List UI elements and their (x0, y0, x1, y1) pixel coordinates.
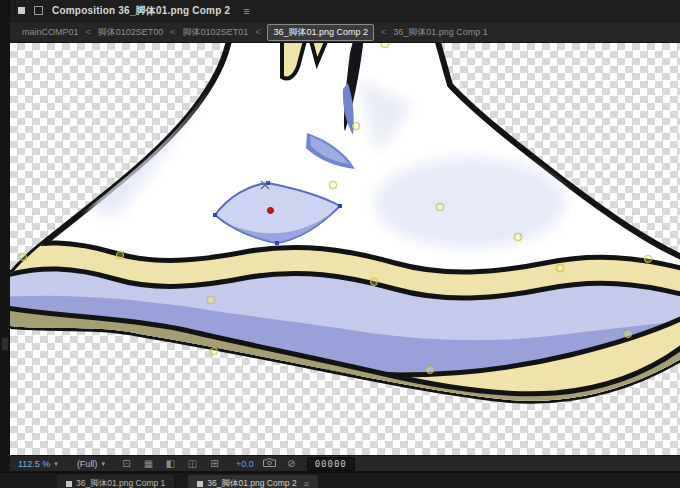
frame-counter[interactable]: 00000 (307, 457, 355, 471)
breadcrumb-item[interactable]: 脚体0102SET01 (183, 26, 249, 39)
region-of-interest-icon[interactable]: ⊡ (120, 459, 133, 469)
panel-edge-mark (2, 338, 8, 350)
left-panel-edge (0, 0, 10, 488)
panel-lock-icon[interactable] (34, 6, 43, 15)
transparency-grid-icon[interactable]: ▦ (142, 459, 155, 469)
panel-menu-icon[interactable]: ≡ (243, 5, 249, 17)
timeline-tab-label: 36_脚体01.png Comp 1 (76, 478, 165, 488)
mask-visibility-icon[interactable]: ◧ (164, 459, 177, 469)
panel-menu-icon[interactable]: ≡ (304, 479, 309, 488)
breadcrumb-separator: < (170, 27, 175, 37)
timeline-tab-label: 36_脚体01.png Comp 2 (207, 478, 296, 488)
chevron-down-icon[interactable]: ▾ (54, 460, 58, 468)
exposure-value[interactable]: +0.0 (236, 459, 254, 469)
mask-vertex-handle (213, 213, 217, 217)
breadcrumb-item[interactable]: 脚体0102SET00 (98, 26, 164, 39)
timeline-tab[interactable]: 36_脚体01.png Comp 1 (57, 475, 174, 488)
viewer-toolbar: 112.5 % ▾ (Full) ▾ ⊡ ▦ ◧ ◫ ⊞ +0.0 ⊘ 0000… (10, 455, 680, 472)
breadcrumb-item[interactable]: 36_脚体01.png Comp 2 (267, 24, 374, 41)
breadcrumb-separator: < (255, 27, 260, 37)
snapshot-camera-icon[interactable] (263, 458, 276, 469)
view-layout-icon[interactable]: ◫ (186, 459, 199, 469)
chevron-down-icon[interactable]: ▾ (101, 460, 105, 468)
zoom-control[interactable]: 112.5 % ▾ (18, 459, 58, 469)
resolution-value[interactable]: (Full) (77, 459, 98, 469)
mask-vertex-handle (338, 204, 342, 208)
timeline-tabbar: 36_脚体01.png Comp 136_脚体01.png Comp 2≡ (0, 472, 680, 488)
composition-artwork (10, 43, 680, 455)
mask-vertex-handle (275, 241, 279, 245)
timeline-tab[interactable]: 36_脚体01.png Comp 2≡ (188, 475, 318, 488)
panel-icon (18, 7, 25, 14)
after-effects-window: Composition 36_脚体01.png Comp 2 ≡ mainCOM… (0, 0, 680, 488)
show-snapshot-icon[interactable]: ⊘ (285, 459, 298, 469)
breadcrumb: mainCOMP01<脚体0102SET00<脚体0102SET01<36_脚体… (10, 22, 680, 43)
breadcrumb-separator: < (86, 27, 91, 37)
composition-viewport[interactable] (10, 43, 680, 455)
composition-panel-tabbar: Composition 36_脚体01.png Comp 2 ≡ (10, 0, 680, 22)
panel-icon (197, 481, 203, 487)
breadcrumb-item[interactable]: 36_脚体01.png Comp 1 (393, 26, 488, 39)
zoom-value[interactable]: 112.5 % (18, 459, 50, 469)
breadcrumb-item[interactable]: mainCOMP01 (22, 27, 79, 37)
panel-icon (66, 481, 72, 487)
resolution-control[interactable]: (Full) ▾ (77, 459, 105, 469)
composition-tab-title[interactable]: Composition 36_脚体01.png Comp 2 (52, 4, 230, 18)
breadcrumb-separator: < (381, 27, 386, 37)
channel-icon[interactable]: ⊞ (208, 459, 221, 469)
frame-counter-value: 00000 (315, 459, 347, 469)
